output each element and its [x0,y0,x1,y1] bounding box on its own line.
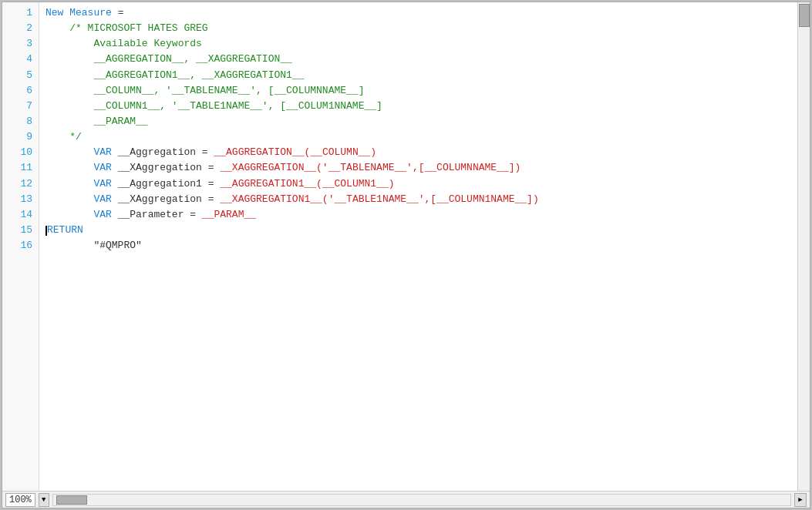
bottom-bar: 100% ▼ ▶ [2,491,810,508]
code-token: __XAggregation [118,193,202,205]
code-line-3: Available Keywords [45,36,797,52]
line-number-13: 13 [2,192,39,207]
scrollbar-thumb[interactable] [799,4,810,27]
code-line-4: __AGGREGATION__, __XAGGREGATION__ [45,52,797,67]
code-token: = [118,7,124,18]
code-line-14: VAR __Parameter = __PARAM__ [45,207,797,223]
code-token: = [196,146,214,158]
line-number-1: 1 [2,5,39,21]
code-token: __PARAM__ [45,116,148,127]
code-line-6: __COLUMN__, '__TABLENAME__', [__COLUMNNA… [45,83,797,99]
code-line-9: */ [45,129,797,145]
code-token: */ [45,131,82,143]
code-token: VAR [45,209,118,220]
code-token: Available Keywords [45,38,202,49]
code-token: __PARAM__ [202,209,256,220]
code-token: __AGGREGATION__, __XAGGREGATION__ [45,53,292,65]
code-line-16: "#QMPRO" [45,238,797,253]
code-token: __Aggregation1 [118,178,202,190]
line-number-5: 5 [2,68,39,83]
code-line-10: VAR __Aggregation = __AGGREGATION__(__CO… [45,145,797,160]
code-token: __Aggregation [118,146,196,158]
vertical-scrollbar[interactable] [797,2,810,491]
code-token: __AGGREGATION__( [214,146,310,158]
code-token: __XAGGREGATION__('__TABLENAME__',[__COLU… [220,162,521,173]
code-token: = [202,178,220,190]
line-number-10: 10 [2,145,39,160]
code-token: __XAggregation [118,162,202,173]
code-line-13: VAR __XAggregation = __XAGGREGATION1__('… [45,192,797,207]
line-number-4: 4 [2,52,39,67]
code-line-5: __AGGREGATION1__, __XAGGREGATION1__ [45,68,797,83]
code-line-12: VAR __Aggregation1 = __AGGREGATION1__(__… [45,176,797,192]
hscroll-right-button[interactable]: ▶ [794,493,807,507]
code-token: = [202,193,220,205]
line-number-16: 16 [2,238,39,253]
code-token: __AGGREGATION1__( [220,178,322,190]
code-token: = [184,209,201,220]
line-numbers: 12345678910111213141516 [2,2,39,491]
code-token: ) [389,178,395,190]
code-token: New Measure [45,7,118,18]
code-area: 12345678910111213141516 New Measure = /*… [2,2,810,491]
code-token: = [202,162,220,173]
zoom-dropdown-button[interactable]: ▼ [39,493,49,507]
code-token: VAR [45,178,118,190]
line-number-6: 6 [2,83,39,99]
line-number-2: 2 [2,21,39,36]
code-token: __COLUMN1__ [322,178,389,190]
line-number-12: 12 [2,176,39,192]
horizontal-scrollbar[interactable] [52,494,791,506]
code-token: __COLUMN__ [310,146,370,158]
code-token: __XAGGREGATION1__('__TABLE1NAME__',[__CO… [220,193,538,205]
editor-container: 12345678910111213141516 New Measure = /*… [2,2,810,508]
code-line-8: __PARAM__ [45,114,797,129]
code-token: ) [370,146,376,158]
code-token: "#QMPRO" [45,240,142,251]
line-number-7: 7 [2,99,39,114]
code-token: /* MICROSOFT HATES GREG [45,22,208,34]
code-token: __Parameter [118,209,184,220]
zoom-level: 100% [5,493,35,507]
line-number-15: 15 [2,223,39,238]
code-token: __AGGREGATION1__, __XAGGREGATION1__ [45,69,304,81]
line-number-14: 14 [2,207,39,223]
code-token: __COLUMN__, '__TABLENAME__', [__COLUMNNA… [45,85,364,96]
code-line-7: __COLUMN1__, '__TABLE1NAME__', [__COLUM1… [45,99,797,114]
code-token: VAR [45,146,118,158]
code-token: RETURN [47,224,83,236]
code-token: VAR [45,162,118,173]
code-token: VAR [45,193,118,205]
line-number-11: 11 [2,160,39,176]
code-line-11: VAR __XAggregation = __XAGGREGATION__('_… [45,160,797,176]
hscroll-thumb[interactable] [56,495,87,505]
code-line-1: New Measure = [45,5,797,21]
code-line-2: /* MICROSOFT HATES GREG [45,21,797,36]
line-number-9: 9 [2,129,39,145]
line-number-3: 3 [2,36,39,52]
code-line-15: RETURN [45,223,797,238]
code-token: __COLUMN1__, '__TABLE1NAME__', [__COLUM1… [45,100,382,112]
line-number-8: 8 [2,114,39,129]
code-content[interactable]: New Measure = /* MICROSOFT HATES GREG Av… [39,2,797,491]
